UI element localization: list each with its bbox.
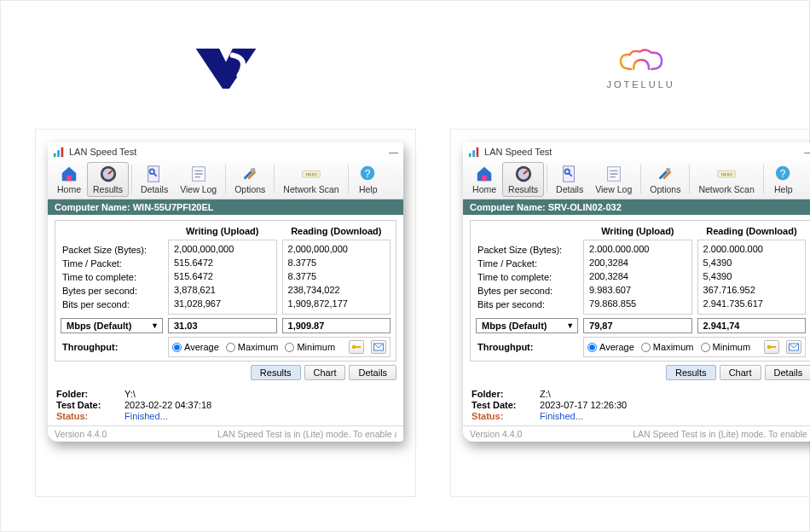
toolbar-details[interactable]: Details	[550, 162, 589, 197]
home-icon	[475, 165, 494, 183]
app-icon	[53, 146, 65, 158]
row-bitsps: Bits per second:	[62, 298, 161, 311]
reading-values: 2,000,000,000 8.3775 8.3775 238,734,022 …	[282, 240, 391, 315]
folder-label: Folder:	[472, 389, 540, 399]
mail-icon-button[interactable]	[786, 340, 801, 354]
row-packet: Packet Size (Bytes):	[477, 243, 576, 257]
options-icon	[656, 165, 674, 183]
col-writing: Writing (Upload)	[168, 226, 277, 236]
svg-point-31	[767, 345, 771, 349]
status-label: Status:	[56, 411, 124, 421]
unit-select[interactable]: Mbps (Default)▼	[61, 318, 163, 333]
tab-chart[interactable]: Chart	[720, 365, 761, 380]
toolbar-netscan[interactable]: 192.0.0 Network Scan	[692, 162, 760, 197]
writing-values: 2.000.000.000 200,3284 200,3284 9.983.60…	[583, 240, 692, 315]
radio-minimum[interactable]: Minimum	[285, 342, 335, 352]
toolbar-home[interactable]: Home	[51, 162, 87, 197]
svg-point-26	[666, 168, 671, 173]
col-writing: Writing (Upload)	[583, 226, 692, 236]
row-timecomp: Time to complete:	[477, 270, 576, 284]
window-title: LAN Speed Test	[484, 147, 552, 157]
throughput-label: Throughput:	[476, 342, 578, 352]
minimize-button[interactable]: —	[804, 147, 810, 157]
folder-value: Y:\	[124, 389, 136, 399]
brand-logo-jotelulu: JOTELULU	[606, 49, 674, 90]
toolbar-help[interactable]: ? Help	[351, 162, 385, 197]
computer-name: WIN-55U7PFI20EL	[133, 202, 214, 212]
app-window-right: LAN Speed Test — Home Results Details	[463, 142, 810, 442]
version-text: Version 4.4.0	[55, 429, 107, 439]
svg-rect-20	[482, 176, 487, 181]
svg-rect-3	[67, 176, 72, 181]
svg-point-14	[352, 345, 356, 349]
status-value[interactable]: Finished...	[124, 411, 168, 421]
window-title: LAN Speed Test	[69, 147, 136, 157]
lite-mode-text: LAN Speed Test is in (Lite) mode. To ena…	[217, 429, 396, 439]
toolbar-help[interactable]: ? Help	[767, 162, 801, 197]
row-bytesps: Bytes per second:	[477, 284, 576, 298]
tab-details[interactable]: Details	[765, 365, 810, 380]
toolbar-options[interactable]: Options	[229, 162, 271, 197]
radio-maximum[interactable]: Maximum	[226, 342, 279, 352]
lite-mode-text: LAN Speed Test is in (Lite) mode. To ena…	[633, 429, 810, 439]
app-icon	[468, 146, 480, 158]
unit-select[interactable]: Mbps (Default)▼	[476, 318, 578, 333]
gauge-icon	[99, 165, 118, 183]
radio-minimum[interactable]: Minimum	[701, 342, 751, 352]
svg-rect-0	[54, 153, 56, 157]
svg-rect-19	[477, 147, 479, 157]
testdate-value: 2023-07-17 12:26:30	[540, 400, 627, 410]
mail-icon-button[interactable]	[371, 340, 386, 354]
radio-average[interactable]: Average	[172, 342, 219, 352]
tab-chart[interactable]: Chart	[304, 365, 346, 380]
svg-rect-15	[356, 346, 361, 348]
home-icon	[60, 165, 78, 183]
tab-details[interactable]: Details	[349, 365, 396, 380]
toolbar-viewlog[interactable]: View Log	[174, 162, 223, 197]
computer-name-label: Computer Name:	[470, 202, 546, 212]
version-text: Version 4.4.0	[470, 429, 522, 439]
svg-text:192.0.0: 192.0.0	[721, 172, 732, 176]
col-reading: Reading (Download)	[697, 226, 807, 236]
svg-text:?: ?	[364, 168, 370, 180]
svg-rect-18	[472, 150, 475, 157]
help-icon: ?	[359, 165, 378, 183]
col-reading: Reading (Download)	[282, 226, 391, 236]
netscan-icon: 192.0.0	[302, 165, 321, 183]
brand-logo-v	[192, 45, 260, 94]
toolbar-details[interactable]: Details	[135, 162, 174, 197]
app-window-left: LAN Speed Test — Home Results Details	[48, 142, 403, 442]
chevron-down-icon: ▼	[566, 321, 574, 330]
toolbar-options[interactable]: Options	[644, 162, 686, 197]
tab-results[interactable]: Results	[666, 365, 716, 380]
svg-rect-1	[57, 150, 60, 157]
brand-text: JOTELULU	[606, 79, 674, 90]
key-icon-button[interactable]	[764, 340, 779, 354]
row-timepkt: Time / Packet:	[62, 257, 161, 270]
gauge-icon	[514, 165, 533, 183]
minimize-button[interactable]: —	[389, 147, 398, 157]
chevron-down-icon: ▼	[151, 321, 159, 330]
tab-results[interactable]: Results	[251, 365, 301, 380]
log-icon	[189, 165, 208, 183]
row-timecomp: Time to complete:	[62, 270, 161, 284]
row-packet: Packet Size (Bytes):	[62, 243, 161, 257]
radio-maximum[interactable]: Maximum	[641, 342, 694, 352]
toolbar-home[interactable]: Home	[466, 162, 502, 197]
svg-rect-2	[61, 147, 64, 157]
toolbar-netscan[interactable]: 192.0.0 Network Scan	[277, 162, 344, 197]
toolbar-results[interactable]: Results	[87, 162, 129, 197]
mbps-writing: 31.03	[168, 318, 277, 333]
toolbar-results[interactable]: Results	[502, 162, 544, 197]
key-icon-button[interactable]	[349, 340, 364, 354]
throughput-label: Throughput:	[61, 342, 163, 352]
folder-label: Folder:	[56, 389, 124, 399]
toolbar-viewlog[interactable]: View Log	[589, 162, 638, 197]
computer-name-label: Computer Name:	[55, 202, 130, 212]
testdate-value: 2023-02-22 04:37:18	[124, 400, 211, 410]
help-icon: ?	[774, 165, 793, 183]
reading-values: 2.000.000.000 5,4390 5,4390 367.716.952 …	[697, 240, 807, 315]
computer-name: SRV-OLIN02-032	[548, 202, 622, 212]
radio-average[interactable]: Average	[587, 342, 634, 352]
status-value[interactable]: Finished...	[540, 411, 583, 421]
